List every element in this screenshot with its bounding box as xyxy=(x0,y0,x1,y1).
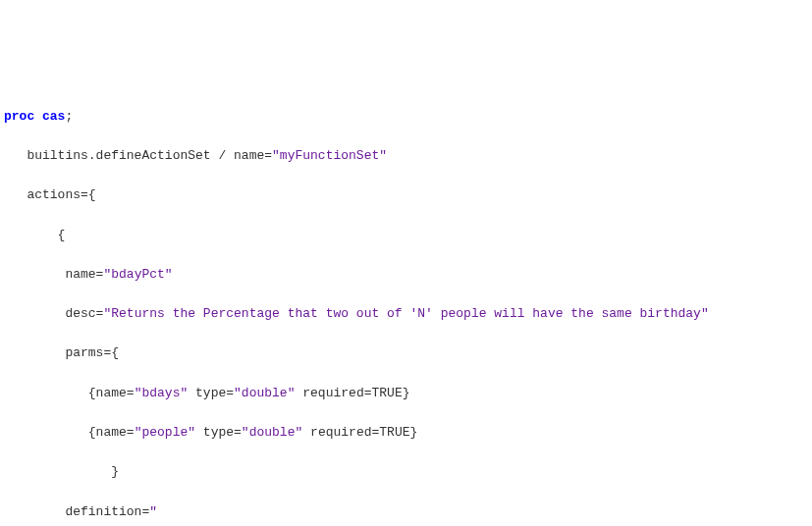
code-line: parms={ xyxy=(4,343,808,363)
code-text: actions={ xyxy=(4,187,96,202)
code-line: {name="people" type="double" required=TR… xyxy=(4,423,808,443)
string-literal: "myFunctionSet" xyxy=(272,148,387,163)
code-text: name= xyxy=(4,267,103,282)
string-literal: "double" xyxy=(242,425,302,440)
code-block: proc cas; builtins.defineActionSet / nam… xyxy=(4,87,808,526)
string-literal: "Returns the Percentage that two out of … xyxy=(103,306,708,321)
code-text: {name= xyxy=(4,386,135,400)
code-text: builtins.defineActionSet / name= xyxy=(4,148,272,163)
code-text: parms={ xyxy=(4,345,119,360)
code-line: builtins.defineActionSet / name="myFunct… xyxy=(4,146,808,166)
code-line: { xyxy=(4,226,808,245)
string-literal: "people" xyxy=(135,425,195,440)
string-literal: "bdays" xyxy=(135,386,189,400)
code-text: { xyxy=(4,228,65,242)
string-literal: "bdayPct" xyxy=(103,267,172,282)
code-text: {name= xyxy=(4,425,135,440)
code-line: proc cas; xyxy=(4,107,808,127)
code-text: required=TRUE} xyxy=(295,386,409,400)
code-line: desc="Returns the Percentage that two ou… xyxy=(4,304,808,324)
code-line: actions={ xyxy=(4,185,808,205)
semicolon: ; xyxy=(65,109,73,124)
code-line: definition=" xyxy=(4,502,808,522)
code-text: definition= xyxy=(4,504,149,519)
code-line: name="bdayPct" xyxy=(4,265,808,285)
code-text: required=TRUE} xyxy=(302,425,417,440)
string-literal: " xyxy=(149,504,157,519)
code-line: {name="bdays" type="double" required=TRU… xyxy=(4,384,808,403)
code-text: type= xyxy=(188,386,234,400)
code-line: } xyxy=(4,462,808,482)
code-text: type= xyxy=(195,425,242,440)
code-text: desc= xyxy=(4,306,103,321)
code-text: } xyxy=(4,464,119,479)
keyword-proc-cas: proc cas xyxy=(4,109,65,124)
string-literal: "double" xyxy=(234,386,295,400)
